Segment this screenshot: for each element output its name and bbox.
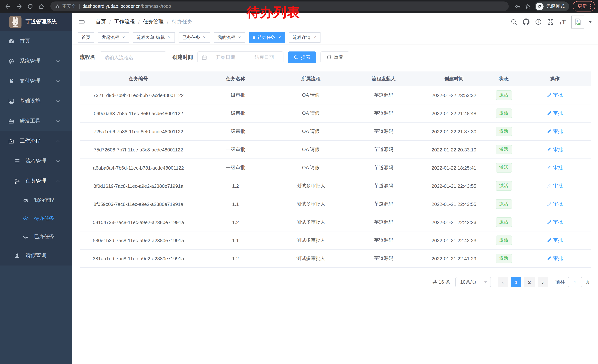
tab-todo-task[interactable]: 待办任务×	[249, 32, 285, 43]
tab-my-process[interactable]: 我的流程×	[214, 32, 245, 43]
sidebar-item-task-mgmt[interactable]: 任务管理	[0, 171, 72, 191]
approve-link[interactable]: 审批	[547, 219, 563, 226]
cell-task-id: 8f059c03-7ac8-11ec-a9e2-a2380e71991a	[80, 201, 197, 207]
monitor-icon	[8, 98, 15, 104]
approve-label: 审批	[553, 110, 563, 117]
approve-link[interactable]: 审批	[547, 255, 563, 262]
forward-icon[interactable]	[14, 1, 24, 11]
sidebar-item-done-task[interactable]: 已办任务	[0, 227, 72, 245]
tab-done-task[interactable]: 已办任务×	[179, 32, 210, 43]
sidebar-item-dev-tools[interactable]: 研发工具	[0, 111, 72, 131]
search-button[interactable]: 搜索	[288, 51, 316, 63]
sidebar: 芋道管理系统 首页系统管理¥支付管理基础设施研发工具工作流程流程管理任务管理我的…	[0, 13, 72, 364]
home-icon[interactable]	[36, 1, 46, 11]
tree-icon	[14, 178, 20, 184]
close-icon[interactable]: ×	[277, 35, 282, 40]
edit-icon	[547, 256, 552, 261]
prev-page-button[interactable]: ‹	[498, 277, 508, 287]
cell-task-id: 580e1b3d-7ac8-11ec-a9e2-a2380e71991a	[80, 238, 197, 243]
cell-actions: 审批	[519, 201, 590, 208]
font-size-icon[interactable]: TT	[559, 19, 566, 25]
breadcrumb-item[interactable]: 工作流程	[114, 18, 135, 25]
approve-link[interactable]: 审批	[547, 164, 563, 171]
column-header: 操作	[519, 75, 590, 82]
tab-label: 流程表单-编辑	[137, 34, 165, 40]
cell-starter: 芋道源码	[348, 164, 419, 171]
browser-menu-icon[interactable]	[590, 4, 591, 9]
sidebar-collapse-icon[interactable]	[78, 18, 85, 25]
goto-page: 前往 页	[555, 277, 590, 287]
edit-icon	[547, 184, 552, 188]
sidebar-item-workflow[interactable]: 工作流程	[0, 131, 72, 151]
close-icon[interactable]: ×	[202, 35, 206, 40]
end-date-placeholder: 结束日期	[249, 54, 279, 61]
filter-form: 流程名 创建时间 开始日期 - 结束日期 搜索 重	[80, 51, 590, 63]
task-table: 任务编号任务名称所属流程流程发起人创建时间状态操作 73211d9d-7b9b-…	[80, 72, 590, 268]
sidebar-item-process-mgmt[interactable]: 流程管理	[0, 151, 72, 171]
cell-task-name: 1.1	[197, 238, 274, 243]
tab-process-form-edit[interactable]: 流程表单-编辑×	[133, 32, 175, 43]
cell-process: 测试多审批人	[274, 201, 348, 207]
tab-start-process[interactable]: 发起流程×	[98, 32, 129, 43]
app-logo[interactable]: 芋道管理系统	[0, 13, 72, 31]
page-size-select[interactable]: 10条/页 ▼	[455, 277, 491, 287]
breadcrumb-item[interactable]: 任务管理	[143, 18, 164, 25]
page-button-1[interactable]: 1	[511, 277, 521, 287]
user-avatar[interactable]	[571, 15, 584, 28]
search-icon[interactable]	[511, 18, 517, 25]
cell-actions: 审批	[519, 92, 590, 99]
sidebar-item-my-process[interactable]: 我的流程	[0, 191, 72, 209]
close-icon[interactable]: ×	[122, 35, 126, 40]
sidebar-item-payment-mgmt[interactable]: ¥支付管理	[0, 71, 72, 91]
edit-icon	[547, 238, 552, 243]
tab-home[interactable]: 首页	[78, 32, 94, 43]
approve-link[interactable]: 审批	[547, 183, 563, 189]
goto-page-input[interactable]	[568, 277, 582, 287]
sidebar-item-home[interactable]: 首页	[0, 31, 72, 51]
tab-process-detail[interactable]: 流程详情×	[289, 32, 321, 43]
url-divider	[79, 4, 79, 9]
sidebar-item-system-mgmt[interactable]: 系统管理	[0, 51, 72, 71]
cell-task-name: 1.2	[197, 256, 274, 261]
github-icon[interactable]	[523, 18, 530, 25]
next-page-button[interactable]: ›	[538, 277, 548, 287]
approve-link[interactable]: 审批	[547, 128, 563, 135]
screenshot-annotation: 待办列表	[247, 4, 300, 21]
approve-link[interactable]: 审批	[547, 92, 563, 98]
cell-process: 测试多审批人	[274, 237, 348, 244]
close-icon[interactable]: ×	[238, 35, 241, 40]
back-icon[interactable]	[3, 1, 13, 11]
breadcrumb-item[interactable]: 首页	[96, 18, 106, 25]
close-icon[interactable]: ×	[313, 35, 317, 40]
sidebar-menu: 首页系统管理¥支付管理基础设施研发工具工作流程流程管理任务管理我的流程待办任务已…	[0, 31, 72, 266]
approve-link[interactable]: 审批	[547, 110, 563, 117]
incognito-badge: 无痕模式	[535, 1, 569, 11]
screenshot-root: 不安全 dashboard.yudao.iocoder.cn/bpm/task/…	[0, 0, 598, 364]
help-icon[interactable]: ?	[535, 18, 542, 25]
breadcrumb-separator: /	[167, 19, 169, 25]
sidebar-item-infrastructure[interactable]: 基础设施	[0, 91, 72, 111]
approve-link[interactable]: 审批	[547, 146, 563, 153]
date-range-picker[interactable]: 开始日期 - 结束日期	[198, 51, 283, 63]
user-menu-caret-icon[interactable]	[588, 21, 592, 23]
key-icon[interactable]	[515, 3, 521, 9]
reset-button[interactable]: 重置	[321, 51, 349, 63]
fullscreen-icon[interactable]	[547, 18, 554, 25]
sidebar-item-leave-query[interactable]: 请假查询	[0, 245, 72, 266]
sidebar-item-todo-task[interactable]: 待办任务	[0, 209, 72, 227]
cell-starter: 芋道源码	[348, 92, 419, 98]
update-button[interactable]: 更新	[573, 1, 595, 11]
cell-task-name: 1.2	[197, 219, 274, 225]
security-status[interactable]: 不安全	[55, 3, 76, 9]
bookmark-star-icon[interactable]	[525, 3, 531, 9]
table-body: 73211d9d-7b9b-11ec-b5b7-acde48001122一级审批…	[80, 86, 590, 268]
cell-task-id: 58154733-7ac8-11ec-a9e2-a2380e71991a	[80, 219, 197, 225]
page-button-2[interactable]: 2	[524, 277, 535, 287]
close-icon[interactable]: ×	[167, 35, 171, 40]
process-name-input[interactable]	[100, 51, 166, 63]
gear-icon	[8, 58, 15, 64]
approve-link[interactable]: 审批	[547, 237, 563, 244]
approve-label: 审批	[553, 201, 563, 207]
reload-icon[interactable]	[25, 1, 35, 11]
approve-link[interactable]: 审批	[547, 201, 563, 207]
